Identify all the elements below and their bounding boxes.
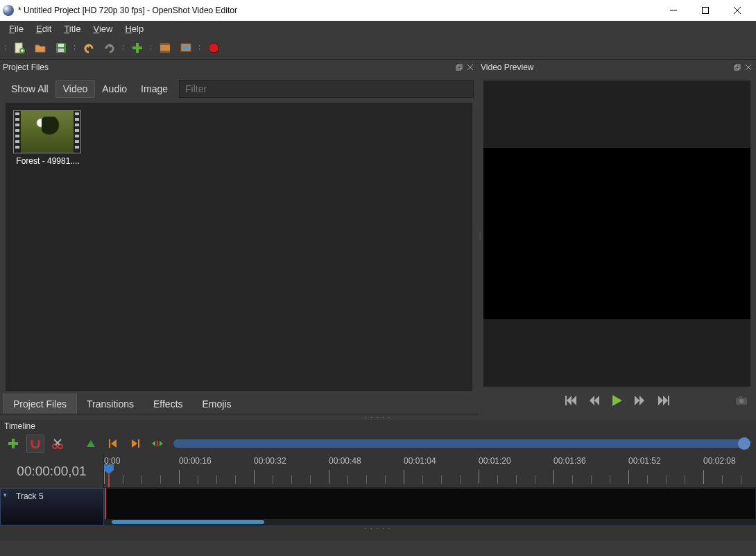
- menu-file[interactable]: File: [3, 22, 30, 35]
- video-surface: [483, 148, 750, 319]
- choose-profile-button[interactable]: [155, 38, 175, 58]
- play-button[interactable]: [612, 395, 622, 408]
- filter-input[interactable]: [179, 80, 474, 98]
- snapping-button[interactable]: [26, 435, 44, 453]
- jump-end-button[interactable]: [658, 396, 669, 407]
- svg-rect-29: [668, 396, 669, 405]
- filter-tab-video[interactable]: Video: [55, 80, 96, 98]
- app-icon: [3, 5, 14, 16]
- snapshot-button[interactable]: [735, 396, 748, 407]
- filter-tab-audio[interactable]: Audio: [95, 81, 134, 97]
- svg-rect-15: [160, 51, 170, 53]
- file-thumbnail: [13, 110, 81, 153]
- tab-transitions[interactable]: Transitions: [77, 394, 144, 414]
- fast-forward-button[interactable]: [635, 396, 646, 407]
- maximize-button[interactable]: [689, 0, 721, 21]
- video-preview-canvas: ·····: [483, 81, 750, 387]
- ruler-label: 00:02:08: [703, 456, 736, 466]
- close-panel-icon[interactable]: [465, 62, 475, 72]
- ruler-label: 0:00: [104, 456, 120, 466]
- next-marker-button[interactable]: [126, 435, 144, 453]
- video-preview-title: Video Preview: [481, 62, 731, 72]
- ruler-label: 00:01:36: [553, 456, 586, 466]
- window-titlebar: * Untitled Project [HD 720p 30 fps] - Op…: [0, 0, 756, 21]
- file-item[interactable]: Forest - 49981....: [13, 110, 83, 166]
- close-button[interactable]: [721, 0, 753, 21]
- chevron-down-icon: ▾: [3, 491, 7, 498]
- ruler-label: 00:01:52: [628, 456, 661, 466]
- file-label: Forest - 49981....: [13, 156, 83, 166]
- track-name: Track 5: [16, 491, 44, 501]
- menu-title[interactable]: Title: [58, 22, 87, 35]
- svg-rect-41: [157, 441, 158, 446]
- svg-rect-39: [109, 439, 110, 448]
- ruler-label: 00:00:48: [329, 456, 361, 466]
- center-playhead-button[interactable]: [148, 435, 166, 453]
- import-files-button[interactable]: [128, 38, 147, 58]
- tab-emojis[interactable]: Emojis: [193, 394, 241, 414]
- add-track-button[interactable]: [4, 435, 22, 453]
- svg-point-32: [739, 399, 744, 403]
- fullscreen-button[interactable]: [176, 38, 196, 58]
- previous-marker-button[interactable]: [104, 435, 122, 453]
- close-panel-icon[interactable]: [744, 62, 753, 72]
- menu-help[interactable]: Help: [119, 22, 150, 35]
- project-files-header: Project Files: [0, 60, 478, 75]
- export-video-button[interactable]: [204, 38, 223, 58]
- open-project-button[interactable]: [31, 38, 50, 58]
- tab-effects[interactable]: Effects: [144, 394, 193, 414]
- window-title: * Untitled Project [HD 720p 30 fps] - Op…: [18, 6, 658, 15]
- ruler-label: 00:01:04: [404, 456, 436, 466]
- tab-project-files[interactable]: Project Files: [3, 394, 77, 414]
- ruler-label: 00:01:20: [479, 456, 511, 466]
- svg-rect-21: [458, 65, 462, 69]
- svg-rect-9: [58, 44, 64, 47]
- svg-rect-40: [138, 439, 139, 448]
- splitter-vertical[interactable]: ·····: [479, 228, 481, 239]
- svg-rect-14: [160, 43, 170, 45]
- rewind-button[interactable]: [589, 396, 600, 407]
- jump-start-button[interactable]: [565, 396, 576, 407]
- zoom-slider[interactable]: [173, 439, 746, 448]
- svg-rect-17: [182, 45, 189, 50]
- svg-rect-24: [734, 66, 739, 70]
- filter-tab-image[interactable]: Image: [134, 81, 175, 97]
- svg-rect-20: [456, 66, 461, 70]
- main-toolbar: [0, 36, 756, 60]
- timeline-scrollbar-thumb[interactable]: [112, 520, 264, 524]
- new-project-button[interactable]: [10, 38, 29, 58]
- ruler-label: 00:00:32: [254, 456, 286, 466]
- zoom-slider-handle[interactable]: [738, 437, 750, 450]
- ruler-label: 00:00:16: [179, 456, 212, 466]
- filter-tab-show-all[interactable]: Show All: [4, 81, 55, 97]
- minimize-button[interactable]: [658, 0, 689, 21]
- svg-rect-1: [703, 8, 709, 14]
- track-header[interactable]: ▾ Track 5: [0, 488, 104, 525]
- undock-icon[interactable]: [454, 62, 464, 72]
- timeline-ruler[interactable]: 0:0000:00:1600:00:3200:00:4800:01:0400:0…: [104, 455, 756, 488]
- video-preview-header: Video Preview: [478, 60, 756, 75]
- splitter-horizontal[interactable]: · · · · ·: [0, 525, 756, 531]
- menu-view[interactable]: View: [87, 22, 119, 35]
- project-files-area[interactable]: Forest - 49981....: [6, 103, 472, 391]
- timeline-scrollbar[interactable]: [105, 519, 755, 525]
- undock-icon[interactable]: [732, 62, 742, 72]
- timecode-display[interactable]: 00:00:00,01: [0, 455, 104, 488]
- track-body[interactable]: [104, 488, 756, 525]
- menu-bar: File Edit Title View Help: [0, 21, 756, 36]
- svg-rect-10: [58, 49, 64, 52]
- undo-button[interactable]: [79, 38, 98, 58]
- menu-edit[interactable]: Edit: [30, 22, 58, 35]
- svg-rect-25: [736, 65, 740, 69]
- splitter-horizontal[interactable]: · · · · ·: [0, 414, 756, 420]
- timeline-title: Timeline: [0, 420, 756, 432]
- redo-button[interactable]: [100, 38, 119, 58]
- save-project-button[interactable]: [51, 38, 71, 58]
- playhead[interactable]: [104, 464, 114, 474]
- add-marker-button[interactable]: [82, 435, 100, 453]
- svg-rect-28: [565, 396, 567, 405]
- project-files-title: Project Files: [3, 62, 453, 72]
- razor-button[interactable]: [49, 435, 67, 453]
- svg-rect-31: [739, 396, 742, 398]
